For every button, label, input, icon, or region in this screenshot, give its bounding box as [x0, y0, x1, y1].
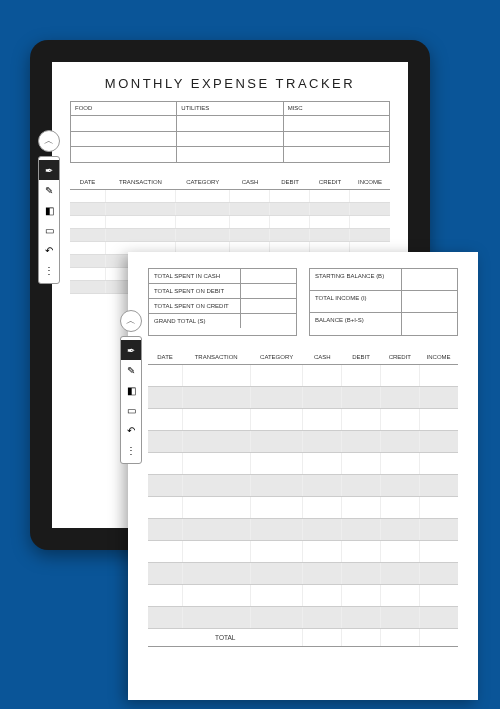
col-category: CATEGORY — [176, 175, 230, 190]
chevron-up-icon: ︿ — [126, 314, 136, 328]
select-icon: ▭ — [45, 225, 54, 236]
tool-strip: ✒ ✎ ◧ ▭ ↶ ⋮ — [120, 336, 142, 464]
summary-label: TOTAL SPENT IN CASH — [149, 269, 241, 283]
more-tool[interactable]: ⋮ — [121, 440, 141, 460]
undo-tool[interactable]: ↶ — [121, 420, 141, 440]
brush-icon: ✎ — [45, 185, 53, 196]
col-debit: DEBIT — [342, 350, 381, 365]
chevron-up-icon: ︿ — [44, 134, 54, 148]
summary-label: TOTAL SPENT ON DEBIT — [149, 284, 241, 298]
totals-box: TOTAL SPENT IN CASH TOTAL SPENT ON DEBIT… — [148, 268, 297, 336]
pen-icon: ✒ — [127, 345, 135, 356]
total-row: TOTAL — [148, 629, 458, 647]
col-date: DATE — [148, 350, 182, 365]
category-header: MISC — [284, 102, 389, 116]
select-icon: ▭ — [127, 405, 136, 416]
select-tool[interactable]: ▭ — [39, 220, 59, 240]
table-row — [70, 190, 390, 203]
balance-box: STARTING BALANCE (B) TOTAL INCOME (I) BA… — [309, 268, 458, 336]
table-row — [148, 607, 458, 629]
table-row — [148, 475, 458, 497]
brush-tool[interactable]: ✎ — [121, 360, 141, 380]
category-header: UTILITIES — [177, 102, 282, 116]
col-cash: CASH — [230, 175, 270, 190]
summary-label: GRAND TOTAL (S) — [149, 314, 241, 328]
undo-icon: ↶ — [45, 245, 53, 256]
pen-icon: ✒ — [45, 165, 53, 176]
table-row — [148, 585, 458, 607]
col-category: CATEGORY — [250, 350, 303, 365]
pen-tool[interactable]: ✒ — [39, 160, 59, 180]
summary-label: TOTAL INCOME (I) — [310, 291, 402, 312]
undo-tool[interactable]: ↶ — [39, 240, 59, 260]
table-row — [148, 365, 458, 387]
table-row — [148, 387, 458, 409]
summary-section: TOTAL SPENT IN CASH TOTAL SPENT ON DEBIT… — [148, 268, 458, 336]
category-column: UTILITIES — [177, 102, 283, 163]
table-row — [70, 229, 390, 242]
table-row — [148, 497, 458, 519]
summary-label: BALANCE (B+I-S) — [310, 313, 402, 335]
eraser-tool[interactable]: ◧ — [121, 380, 141, 400]
collapse-button[interactable]: ︿ — [38, 130, 60, 152]
col-transaction: TRANSACTION — [105, 175, 175, 190]
col-income: INCOME — [419, 350, 458, 365]
tool-strip: ✒ ✎ ◧ ▭ ↶ ⋮ — [38, 156, 60, 284]
category-header: FOOD — [71, 102, 176, 116]
eraser-icon: ◧ — [127, 385, 136, 396]
col-credit: CREDIT — [310, 175, 350, 190]
table-row — [148, 563, 458, 585]
select-tool[interactable]: ▭ — [121, 400, 141, 420]
brush-tool[interactable]: ✎ — [39, 180, 59, 200]
table-row — [148, 409, 458, 431]
undo-icon: ↶ — [127, 425, 135, 436]
col-credit: CREDIT — [380, 350, 419, 365]
summary-label: STARTING BALANCE (B) — [310, 269, 402, 290]
col-income: INCOME — [350, 175, 390, 190]
table-row — [148, 541, 458, 563]
table-row — [148, 431, 458, 453]
collapse-button[interactable]: ︿ — [120, 310, 142, 332]
category-summary-box: FOOD UTILITIES MISC — [70, 101, 390, 163]
summary-label: TOTAL SPENT ON CREDIT — [149, 299, 241, 313]
table-row — [148, 453, 458, 475]
toolbar: ︿ ✒ ✎ ◧ ▭ ↶ ⋮ — [38, 130, 60, 284]
category-column: FOOD — [71, 102, 177, 163]
page-title: MONTHLY EXPENSE TRACKER — [70, 76, 390, 91]
transaction-table: DATE TRANSACTION CATEGORY CASH DEBIT CRE… — [148, 350, 458, 647]
total-label: TOTAL — [148, 629, 303, 647]
more-icon: ⋮ — [44, 265, 54, 276]
pen-tool[interactable]: ✒ — [121, 340, 141, 360]
more-icon: ⋮ — [126, 445, 136, 456]
table-row — [70, 203, 390, 216]
expense-tracker-page-2: TOTAL SPENT IN CASH TOTAL SPENT ON DEBIT… — [128, 252, 478, 700]
col-transaction: TRANSACTION — [182, 350, 250, 365]
eraser-icon: ◧ — [45, 205, 54, 216]
eraser-tool[interactable]: ◧ — [39, 200, 59, 220]
table-row — [148, 519, 458, 541]
col-date: DATE — [70, 175, 105, 190]
more-tool[interactable]: ⋮ — [39, 260, 59, 280]
col-cash: CASH — [303, 350, 342, 365]
brush-icon: ✎ — [127, 365, 135, 376]
table-row — [70, 216, 390, 229]
col-debit: DEBIT — [270, 175, 310, 190]
toolbar-overlay: ︿ ✒ ✎ ◧ ▭ ↶ ⋮ — [120, 310, 142, 464]
category-column: MISC — [284, 102, 389, 163]
